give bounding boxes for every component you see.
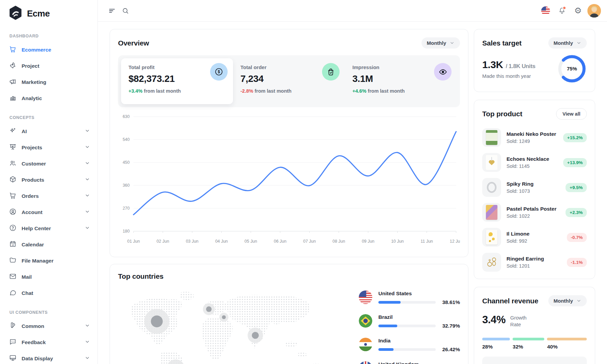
segment-label: 28% (482, 344, 510, 350)
chevron-down-icon (85, 225, 90, 232)
eye-icon (434, 63, 452, 81)
nav-section-dashboard: DASHBOARD (0, 25, 97, 42)
overview-stats: Total profit $82,373.21 +3.4% from last … (118, 55, 460, 107)
overview-card: Overview Monthly Total profit $82,373.21… (110, 29, 468, 257)
product-sold: Sold: 1201 (507, 263, 561, 269)
product-row-ringed-earring[interactable]: Ringed Earring Sold: 1201 -1.1% (482, 250, 587, 275)
notifications-button[interactable] (555, 4, 569, 18)
sidebar-item-customer[interactable]: Customer (0, 156, 97, 172)
sidebar-item-common[interactable]: Common (0, 318, 97, 334)
sidebar-item-file-manager[interactable]: File Manager (0, 253, 97, 269)
sidebar-item-label: Common (22, 323, 80, 329)
overview-period-select[interactable]: Monthly (422, 37, 460, 49)
change-badge: -1.1% (567, 258, 587, 267)
country-row-united-states[interactable]: United States 38.61% (359, 291, 460, 305)
sidebar-item-help-center[interactable]: Help Center (0, 220, 97, 237)
sidebar-item-label: Marketing (22, 79, 90, 85)
country-percent: 26.42% (440, 346, 460, 353)
main-area: ⚙ Overview (98, 0, 607, 364)
svg-text:10 Jun: 10 Jun (391, 239, 404, 244)
sidebar-item-calendar[interactable]: 12 Calendar (0, 237, 97, 253)
shopping-bag-check-icon (322, 63, 340, 81)
topbar-actions: ⚙ (539, 4, 601, 18)
sidebar-item-analytic[interactable]: Analytic (0, 90, 97, 107)
country-name: India (378, 338, 460, 344)
chevron-down-icon (85, 193, 90, 200)
sidebar-item-data-display[interactable]: Data Display (0, 351, 97, 364)
product-thumbnail (482, 203, 501, 222)
topbar: ⚙ (98, 0, 607, 22)
sidebar-item-ai[interactable]: AI (0, 123, 97, 140)
progress-ring: 75% (557, 54, 587, 84)
sales-target-card: Sales target Monthly 1.3K / 1.8K Units M… (474, 29, 595, 92)
product-thumbnail (482, 228, 501, 247)
change-badge: +2.3% (566, 208, 587, 217)
language-button[interactable] (539, 4, 552, 18)
stat-total-profit[interactable]: Total profit $82,373.21 +3.4% from last … (121, 58, 233, 104)
chevron-down-icon (450, 40, 455, 46)
product-sold: Sold: 1249 (507, 139, 558, 144)
sidebar-item-project[interactable]: Project (0, 58, 97, 74)
sales-target-period-value: Monthly (554, 40, 573, 46)
monitor-icon (9, 354, 17, 363)
svg-text:02 Jun: 02 Jun (156, 239, 169, 244)
stat-total-order[interactable]: Total order 7,234 -2.8% from last month (233, 58, 345, 104)
sidebar-item-label: Orders (22, 193, 80, 199)
brand-logo[interactable]: Ecme (0, 0, 97, 25)
sidebar-item-projects[interactable]: Projects (0, 140, 97, 156)
sidebar-toggle-button[interactable] (105, 4, 119, 18)
svg-text:04 Jun: 04 Jun (215, 239, 228, 244)
chevron-down-icon (85, 177, 90, 183)
stat-delta: +4.6% (352, 88, 367, 94)
feedback-icon (9, 338, 17, 347)
channel-revenue-period-select[interactable]: Monthly (548, 295, 587, 306)
sidebar-item-ecommerce[interactable]: Ecommerce (0, 42, 97, 58)
avatar[interactable] (587, 4, 601, 18)
sidebar-item-feedback[interactable]: Feedback (0, 334, 97, 351)
sidebar-item-orders[interactable]: Orders (0, 188, 97, 204)
svg-text:11 Jun: 11 Jun (421, 239, 433, 244)
sidebar-item-label: Customer (22, 161, 80, 167)
settings-button[interactable]: ⚙ (571, 4, 585, 18)
svg-text:360: 360 (123, 183, 130, 188)
sidebar-item-mail[interactable]: Mail (0, 269, 97, 285)
product-row-spiky-ring[interactable]: Spiky Ring Sold: 1073 +9.5% (482, 175, 587, 200)
country-name: Brazil (378, 314, 460, 320)
sales-target-goal: / 1.8K Units (506, 63, 536, 69)
product-name: Spiky Ring (507, 181, 560, 187)
stat-impression[interactable]: Impression 3.1M +4.6% from last month (345, 58, 457, 104)
search-button[interactable] (119, 4, 132, 18)
country-progress (378, 348, 436, 351)
sidebar-item-label: Chat (22, 290, 90, 296)
growth-rate-label: Growth Rate (510, 314, 530, 328)
sidebar-item-account[interactable]: Account (0, 204, 97, 220)
product-row-pastel-petals-poster[interactable]: Pastel Petals Poster Sold: 1022 +2.3% (482, 200, 587, 225)
sidebar-item-label: Calendar (22, 242, 90, 248)
sidebar-item-products[interactable]: Products (0, 172, 97, 188)
folder-icon (9, 256, 17, 265)
product-row-echoes-necklace[interactable]: Echoes Necklace Sold: 1145 +13.9% (482, 150, 587, 175)
svg-text:09 Jun: 09 Jun (362, 239, 374, 244)
sidebar-item-marketing[interactable]: Marketing (0, 74, 97, 90)
overview-title: Overview (118, 39, 149, 47)
svg-text:01 Jun: 01 Jun (127, 239, 140, 244)
product-sold: Sold: 1022 (507, 213, 560, 219)
svg-text:180: 180 (123, 229, 130, 234)
avatar-image (587, 4, 601, 18)
left-column: Overview Monthly Total profit $82,373.21… (110, 29, 468, 364)
sales-target-period-select[interactable]: Monthly (548, 37, 587, 49)
sidebar-item-chat[interactable]: Chat (0, 285, 97, 301)
sparkles-icon (9, 127, 17, 136)
presentation-icon (9, 143, 17, 152)
product-row-il-limone[interactable]: Il Limone Sold: 992 -0.7% (482, 225, 587, 250)
product-row-maneki-neko-poster[interactable]: Maneki Neko Poster Sold: 1249 +15.2% (482, 125, 587, 150)
bar-chart-icon (9, 94, 17, 103)
country-row-india[interactable]: India 26.42% (359, 338, 460, 353)
megaphone-icon (9, 78, 17, 87)
notification-dot (562, 6, 566, 10)
country-row-brazil[interactable]: Brazil 32.79% (359, 314, 460, 329)
view-all-button[interactable]: View all (556, 108, 587, 120)
product-list: Maneki Neko Poster Sold: 1249 +15.2% Ech… (482, 125, 587, 275)
change-badge: +13.9% (563, 158, 587, 167)
country-row-united-kingdom[interactable]: United Kingdom (359, 361, 460, 364)
